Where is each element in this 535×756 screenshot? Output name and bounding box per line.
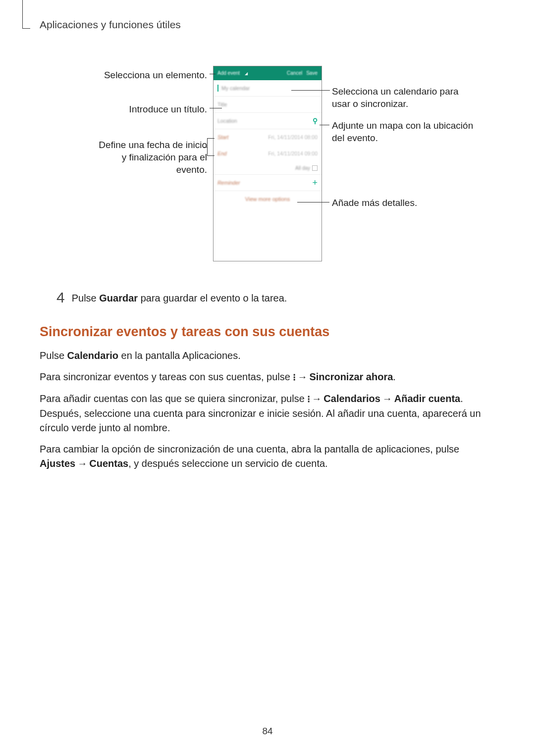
t: Para añadir cuentas con las que se quier… [40,393,307,404]
callout-attach-map: Adjunte un mapa con la ubicación del eve… [332,120,481,144]
arrow-icon: → [310,393,323,404]
start-row: Start Fri, 14/11/2014 08:00 [214,129,321,146]
callout-more-details: Añade más detalles. [332,197,417,209]
dropdown-icon: ◢ [245,71,248,77]
t: Calendario [67,350,118,361]
reminder-label: Reminder [217,179,312,187]
t: Cuentas [89,458,128,469]
body-text: Pulse Calendario en la pantalla Aplicaci… [40,349,495,471]
arrow-icon: → [380,393,394,404]
allday-label: All day [295,165,310,172]
arrow-icon: → [75,458,89,469]
para-3: Para añadir cuentas con las que se quier… [40,392,495,435]
para-1: Pulse Calendario en la pantalla Aplicaci… [40,349,495,363]
page-corner-mark [22,0,30,29]
save-button: Save [306,70,318,77]
location-placeholder: Location [217,117,313,125]
t: Para cambiar la opción de sincronización… [40,444,459,454]
title-placeholder: Title [217,101,227,108]
callout-dates: Define una fecha de inicio y finalizació… [93,139,207,176]
t: . [393,371,396,382]
end-label: End [217,150,227,157]
arrow-icon: → [295,371,309,382]
section-heading: Sincronizar eventos y tareas con sus cue… [40,322,495,342]
location-row: Location ⚲ [214,113,321,129]
t: Calendarios [323,393,380,404]
title-row: Title [214,97,321,113]
para-2: Para sincronizar eventos y tareas con su… [40,370,495,385]
t: Ajustes [40,458,75,469]
plus-icon: + [312,176,318,189]
t: Sincronizar ahora [309,371,393,382]
callout-select-element: Selecciona un elemento. [104,69,207,82]
t: Pulse [40,350,67,361]
step-number: 4 [56,287,65,308]
t: Añadir cuenta [394,393,460,404]
cancel-button: Cancel [287,70,302,77]
breadcrumb: Aplicaciones y funciones útiles [40,17,495,32]
t: en la pantalla Aplicaciones. [118,350,241,361]
end-row: End Fri, 14/11/2014 09:00 [214,146,321,162]
page-number: 84 [0,724,535,738]
t: Para sincronizar eventos y tareas con su… [40,371,293,382]
view-more-row: View more options [214,191,321,207]
step-4-text: Pulse Guardar para guardar el evento o l… [72,287,287,308]
add-event-dropdown: Add event [217,70,240,77]
view-more-label: View more options [245,196,290,203]
text: para guardar el evento o la tarea. [138,293,287,303]
para-4: Para cambiar la opción de sincronización… [40,442,495,471]
allday-row: All day [214,162,321,175]
end-value: Fri, 14/11/2014 09:00 [268,150,318,157]
step-4: 4 Pulse Guardar para guardar el evento o… [56,287,495,308]
callout-select-calendar: Selecciona un calendario para usar o sin… [332,86,471,110]
page-content: Aplicaciones y funciones útiles Add even… [0,0,535,471]
t: , y después seleccione un servicio de cu… [128,458,327,469]
text-bold: Guardar [99,293,138,303]
calendar-label: My calendar [221,85,250,92]
allday-checkbox [312,165,318,171]
reminder-row: Reminder + [214,175,321,191]
start-label: Start [217,134,228,141]
annotated-figure: Add event ◢ Cancel Save My calendar Titl… [54,66,481,269]
phone-header: Add event ◢ Cancel Save [214,66,321,80]
calendar-row: My calendar [214,80,321,97]
callout-enter-title: Introduce un título. [129,103,207,116]
map-pin-icon: ⚲ [313,116,318,126]
text: Pulse [72,293,100,303]
start-value: Fri, 14/11/2014 08:00 [268,134,318,141]
phone-mockup: Add event ◢ Cancel Save My calendar Titl… [213,66,322,261]
